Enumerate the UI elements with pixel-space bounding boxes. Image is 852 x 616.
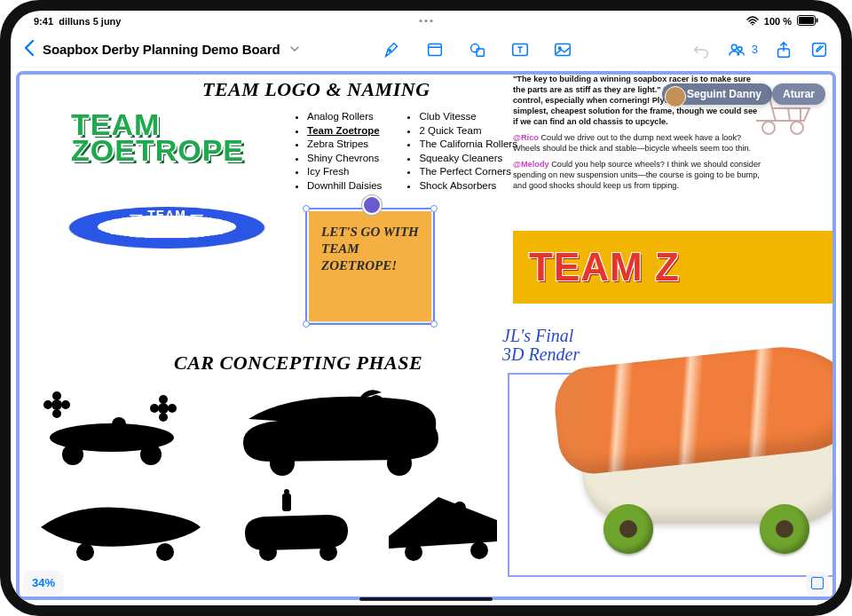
svg-point-34 (76, 543, 94, 561)
svg-point-12 (738, 46, 742, 51)
svg-point-25 (158, 403, 169, 414)
board-canvas[interactable]: TEAM LOGO & NAMING CAR CONCEPTING PHASE … (16, 71, 836, 600)
battery-icon (797, 15, 818, 28)
sketch-fish-car (32, 483, 209, 563)
svg-point-16 (791, 122, 803, 134)
notes-rico: @Rico Could we drive out to the dump nex… (513, 133, 761, 154)
status-time: 9:41 (34, 16, 53, 27)
svg-point-21 (43, 400, 52, 409)
minimap-button[interactable] (806, 572, 829, 595)
sketch-cheese-car (376, 485, 509, 563)
names-col1: Analog RollersTeam ZoetropeZebra Stripes… (295, 110, 382, 193)
svg-point-45 (454, 501, 466, 514)
app-toolbar: Soapbox Derby Planning Demo Board 3 (11, 32, 841, 67)
status-date: dilluns 5 juny (59, 16, 121, 27)
pen-tool-icon[interactable] (383, 40, 402, 59)
svg-rect-3 (816, 19, 818, 23)
board-title[interactable]: Soapbox Derby Planning Demo Board (43, 42, 280, 57)
status-left: 9:41 dilluns 5 juny (34, 16, 121, 27)
ipad-frame: 9:41 dilluns 5 juny 100 % Soapbox Derby … (0, 0, 852, 616)
car-sketches[interactable] (32, 389, 511, 575)
collab-count[interactable]: 3 (752, 43, 758, 56)
svg-point-29 (159, 413, 168, 422)
svg-point-27 (168, 404, 177, 413)
minimap-icon (811, 577, 824, 589)
name-option: Squeaky Cleaners (419, 152, 517, 166)
sticky-note[interactable]: LET'S GO WITH TEAM ZOETROPE! (309, 211, 431, 321)
svg-rect-36 (282, 494, 291, 511)
media-tool-icon[interactable] (553, 40, 572, 59)
svg-point-33 (368, 395, 384, 411)
svg-point-15 (762, 122, 775, 134)
name-option: Shock Absorbers (419, 179, 517, 193)
sushi-car-render[interactable] (556, 346, 836, 550)
ring-bottom: ZOOETROOPE (69, 220, 264, 239)
svg-point-26 (150, 404, 159, 413)
svg-point-19 (140, 444, 162, 465)
svg-point-40 (414, 523, 423, 532)
svg-point-41 (444, 517, 454, 527)
undo-button[interactable] (691, 40, 711, 59)
svg-point-35 (156, 543, 174, 561)
team-logo-yellow[interactable]: TEAM Z (513, 231, 836, 304)
svg-point-11 (731, 44, 737, 50)
name-option: 2 Quick Team (419, 124, 517, 138)
svg-rect-2 (799, 17, 814, 24)
svg-point-23 (52, 391, 61, 400)
team-logo-ring[interactable]: — TEAM — ZOOETROOPE (69, 195, 264, 266)
notes-melody: @Melody Could you help source wheels? I … (513, 160, 761, 192)
svg-point-39 (320, 543, 337, 561)
canvas-area[interactable]: TEAM LOGO & NAMING CAR CONCEPTING PHASE … (11, 67, 841, 605)
svg-point-44 (470, 541, 488, 559)
home-indicator[interactable] (359, 597, 493, 601)
render-wheel-left (604, 504, 653, 554)
svg-point-42 (465, 527, 472, 534)
back-button[interactable] (23, 39, 36, 60)
name-option: The Perfect Corners (419, 165, 517, 179)
shape-tool-icon[interactable] (468, 40, 487, 59)
zoom-indicator[interactable]: 34% (23, 571, 64, 595)
svg-point-0 (752, 23, 753, 25)
team-name-lists[interactable]: Analog RollersTeam ZoetropeZebra Stripes… (295, 110, 517, 193)
svg-point-30 (112, 417, 126, 431)
team-logo-green[interactable]: TEAM ZOETROPE (71, 112, 248, 163)
sticky-note-tool-icon[interactable] (425, 40, 445, 59)
svg-point-6 (471, 43, 479, 51)
svg-point-18 (62, 444, 83, 465)
svg-point-37 (284, 489, 289, 494)
name-option: Downhill Daisies (307, 179, 382, 193)
svg-point-32 (387, 451, 412, 476)
name-option: Zebra Stripes (307, 138, 382, 152)
wifi-icon (746, 16, 759, 28)
sketch-bottle-car (229, 488, 362, 563)
collaboration-icon[interactable] (727, 40, 746, 59)
svg-point-31 (270, 451, 295, 476)
svg-rect-5 (429, 43, 442, 55)
share-button-icon[interactable] (774, 40, 793, 59)
stop-following-button[interactable]: Aturar (772, 83, 825, 105)
svg-point-10 (559, 46, 561, 48)
multitask-dots[interactable] (420, 20, 433, 22)
name-option: The California Rollers (419, 138, 517, 152)
render-wheel-right (760, 504, 809, 554)
svg-point-28 (159, 395, 168, 404)
name-option: Shiny Chevrons (307, 152, 382, 166)
names-col2: Club Vitesse2 Quick TeamThe California R… (406, 110, 517, 193)
name-option: Club Vitesse (419, 110, 517, 124)
section-heading-concept: CAR CONCEPTING PHASE (174, 351, 422, 375)
svg-point-20 (51, 399, 62, 410)
sketch-sushi-car (225, 380, 456, 478)
svg-point-43 (405, 543, 422, 561)
name-option: Team Zoetrope (307, 124, 382, 138)
edit-button-icon[interactable] (809, 40, 829, 59)
battery-text: 100 % (764, 16, 792, 27)
following-pill[interactable]: Seguint Danny (662, 83, 772, 105)
screen: 9:41 dilluns 5 juny 100 % Soapbox Derby … (11, 11, 841, 605)
name-option: Icy Fresh (307, 165, 382, 179)
section-heading-logo: TEAM LOGO & NAMING (202, 78, 430, 101)
text-tool-icon[interactable] (510, 40, 530, 59)
ring-text: — TEAM — ZOOETROOPE (69, 208, 264, 239)
svg-rect-7 (477, 49, 484, 56)
status-right: 100 % (746, 15, 818, 28)
collaborator-cursor-avatar (362, 195, 382, 215)
